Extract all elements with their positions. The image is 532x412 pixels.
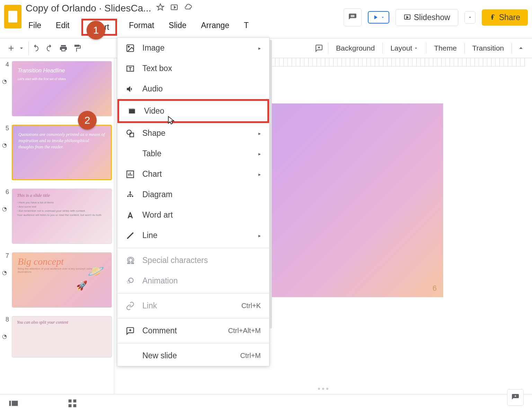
move-icon[interactable] [170,3,178,14]
thumbnail-6[interactable]: This is a slide title◦ Here you have a l… [12,189,112,244]
slideshow-button[interactable]: Slideshow [396,9,458,26]
present-button[interactable] [368,11,389,24]
thumbnail-8[interactable]: You can also split your content [12,316,112,358]
svg-point-9 [127,195,128,197]
svg-point-10 [130,195,131,197]
menu-bar: File Edit Insert Format Slide Arrange T [26,19,344,36]
svg-point-5 [127,130,131,134]
insert-dropdown: Image▸ Text box Audio Video Shape▸ Table… [117,37,269,366]
collapse-icon[interactable] [514,41,528,55]
thumb-num-7: 7 [2,252,9,260]
layout-button[interactable]: Layout [385,42,424,54]
dd-image[interactable]: Image▸ [117,38,269,58]
dd-link: LinkCtrl+K [117,296,269,316]
annotation-2: 2 [78,111,97,130]
dd-special: Special characters [117,250,269,271]
pager-dots [318,388,328,390]
star-icon[interactable] [156,3,165,14]
thumbnail-4[interactable]: Transition HeadlineLet's start with the … [12,61,112,116]
transition-icon: ◔ [2,333,9,340]
dd-audio[interactable]: Audio [117,79,269,99]
thumb-num-4: 4 [2,61,9,68]
add-comment-icon[interactable] [312,41,326,55]
thumb-num-8: 8 [2,316,9,323]
menu-arrange[interactable]: Arrange [198,19,232,36]
svg-point-8 [130,191,131,193]
dd-chart[interactable]: Chart▸ [117,164,269,184]
dd-animation: Animation [117,271,269,291]
bottom-bar [0,394,532,412]
dd-table[interactable]: Table▸ [117,143,269,164]
slide-number: 6 [433,284,437,293]
dd-line[interactable]: Line▸ [117,225,269,246]
theme-button[interactable]: Theme [428,42,462,54]
new-slide-button[interactable] [4,41,18,55]
svg-point-3 [128,46,129,47]
dd-comment[interactable]: CommentCtrl+Alt+M [117,321,269,341]
slideshow-dropdown[interactable] [464,11,476,24]
svg-rect-6 [130,133,134,137]
menu-edit[interactable]: Edit [53,19,72,36]
transition-icon: ◔ [2,78,9,85]
svg-rect-19 [73,404,77,407]
undo-button[interactable] [29,41,43,55]
cursor-icon [168,116,176,125]
transition-button[interactable]: Transition [467,42,509,54]
paint-format-button[interactable] [70,41,84,55]
svg-point-11 [132,195,133,197]
new-slide-dropdown[interactable] [18,41,25,55]
svg-rect-18 [69,404,72,407]
svg-rect-16 [69,399,72,402]
thumbnail-5[interactable]: Quotations are commonly printed as a mea… [12,125,112,180]
dd-diagram[interactable]: Diagram [117,184,269,205]
dd-shape[interactable]: Shape▸ [117,123,269,143]
dropdown-scrollbar[interactable] [269,38,273,366]
slideshow-label: Slideshow [414,13,450,22]
print-button[interactable] [56,41,70,55]
share-label: Share [499,13,520,22]
svg-rect-14 [9,401,11,406]
svg-rect-15 [12,401,18,406]
grid-view-icon[interactable] [67,398,78,409]
header: Copy of Orlando · SlidesCa... File Edit … [0,0,532,38]
share-button[interactable]: Share [482,9,528,26]
annotation-1: 1 [87,21,105,40]
thumb-num-6: 6 [2,189,9,196]
background-button[interactable]: Background [330,42,380,54]
svg-rect-17 [73,399,77,402]
comment-history-icon[interactable] [344,8,362,26]
filmstrip-view-icon[interactable] [8,398,19,409]
menu-tools[interactable]: T [241,19,251,36]
menu-format[interactable]: Format [126,19,157,36]
slides-logo[interactable] [4,5,21,28]
dd-video[interactable]: Video [117,99,269,123]
thumbnail-panel: 4◔ Transition HeadlineLet's start with t… [0,58,114,412]
transition-icon: ◔ [2,205,9,212]
transition-icon: ◔ [2,269,9,276]
explore-button[interactable] [507,389,524,406]
menu-slide[interactable]: Slide [166,19,189,36]
redo-button[interactable] [43,41,56,55]
transition-icon: ◔ [2,142,9,148]
thumb-num-5: 5 [2,125,9,132]
doc-title[interactable]: Copy of Orlando · SlidesCa... [26,3,151,14]
dd-textbox[interactable]: Text box [117,58,269,79]
dd-newslide[interactable]: New slideCtrl+M [117,345,269,366]
cloud-icon[interactable] [184,3,192,14]
menu-file[interactable]: File [26,19,44,36]
dd-wordart[interactable]: Word art [117,205,269,225]
thumbnail-7[interactable]: Big conceptBring the attention of your a… [12,252,112,308]
